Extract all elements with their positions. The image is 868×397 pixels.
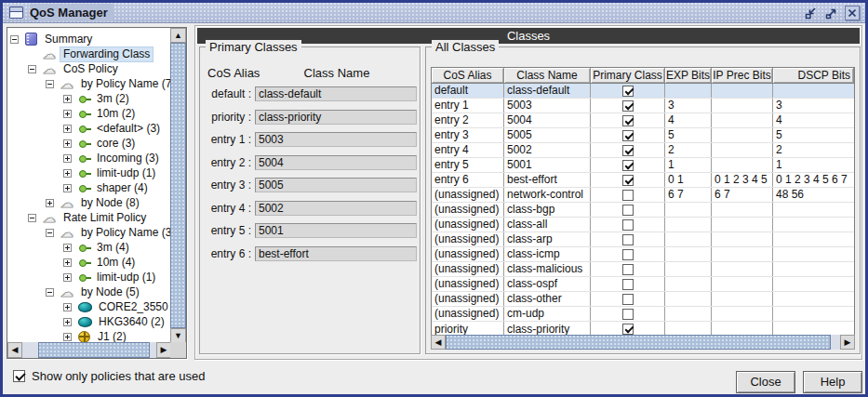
expand-icon[interactable] [63, 258, 72, 267]
table-hscroll-thumb[interactable] [446, 335, 831, 350]
expand-icon[interactable] [63, 244, 72, 252]
primary-class-checkbox[interactable] [622, 160, 634, 171]
expand-icon[interactable] [63, 184, 72, 192]
tree-item-core-3[interactable]: core (3) [8, 136, 171, 151]
table-horizontal-scrollbar[interactable]: ◀ ▶ [431, 335, 855, 350]
primary-class-checkbox[interactable] [622, 205, 634, 216]
tree-item-10m-2[interactable]: 10m (2) [8, 106, 171, 121]
table-row-5001[interactable]: entry 5500111 [432, 158, 854, 173]
scroll-right-icon[interactable]: ▶ [156, 342, 171, 358]
scroll-right-icon[interactable]: ▶ [840, 335, 855, 350]
primary-class-checkbox[interactable] [622, 100, 634, 112]
maximize-icon[interactable] [824, 6, 839, 20]
class-name-field[interactable]: best-effort [255, 246, 417, 261]
collapse-icon[interactable] [28, 65, 36, 73]
expand-icon[interactable] [63, 125, 72, 133]
tree-item-default-3[interactable]: <default> (3) [8, 121, 171, 136]
tree-item-by-node-5[interactable]: ☁by Node (5) [8, 285, 171, 299]
tree-item-j1-2[interactable]: J1 (2) [8, 329, 171, 342]
column-header-cos-alias[interactable]: CoS Alias [432, 68, 504, 83]
expand-icon[interactable] [63, 154, 72, 163]
tree-item-rate-limit-policy[interactable]: ☁Rate Limit Policy [8, 210, 171, 225]
column-header-exp-bits[interactable]: EXP Bits [665, 68, 712, 83]
title-bar[interactable]: QoS Manager [3, 3, 865, 23]
expand-icon[interactable] [63, 169, 72, 178]
tree-item-by-policy-name-7[interactable]: ☁by Policy Name (7) [8, 76, 171, 91]
table-row-class-ospf[interactable]: (unassigned)class-ospf [432, 277, 854, 292]
tree-item-limit-udp-1[interactable]: limit-udp (1) [8, 270, 171, 285]
table-row-class-arp[interactable]: (unassigned)class-arp [432, 232, 854, 247]
primary-class-checkbox[interactable] [622, 234, 634, 245]
expand-icon[interactable] [63, 110, 72, 118]
expand-icon[interactable] [63, 273, 72, 282]
class-name-field[interactable]: 5004 [255, 155, 417, 170]
close-icon[interactable] [845, 6, 860, 20]
tree-vertical-scrollbar[interactable]: ▲ ▼ [170, 28, 186, 343]
column-header-primary-class[interactable]: Primary Class [591, 68, 665, 83]
class-name-field[interactable]: 5003 [255, 132, 417, 147]
scroll-left-icon[interactable]: ◀ [431, 335, 446, 350]
column-header-dscp-bits[interactable]: DSCP Bits [773, 68, 854, 83]
primary-class-checkbox[interactable] [622, 175, 634, 186]
tree-item-core2-3550-2[interactable]: CORE2_3550 (2) [8, 299, 171, 314]
table-row-class-icmp[interactable]: (unassigned)class-icmp [432, 247, 854, 262]
expand-icon[interactable] [46, 199, 54, 207]
tree-vscroll-thumb[interactable] [170, 43, 186, 328]
table-row-class-bgp[interactable]: (unassigned)class-bgp [432, 203, 854, 218]
expand-icon[interactable] [63, 95, 72, 103]
close-button[interactable]: Close [736, 371, 795, 393]
primary-class-checkbox[interactable] [622, 145, 634, 156]
tree-item-incoming-3[interactable]: Incoming (3) [8, 151, 171, 165]
table-row-5002[interactable]: entry 4500222 [432, 143, 854, 158]
table-row-network-control[interactable]: (unassigned)network-control6 76 748 56 [432, 188, 854, 203]
primary-class-checkbox[interactable] [622, 219, 634, 231]
tree-item-summary[interactable]: Summary [8, 32, 171, 46]
class-name-field[interactable]: 5002 [255, 201, 417, 216]
expand-icon[interactable] [63, 333, 72, 341]
collapse-icon[interactable] [46, 80, 54, 88]
expand-icon[interactable] [63, 139, 72, 148]
primary-class-checkbox[interactable] [622, 294, 634, 305]
primary-class-checkbox[interactable] [622, 324, 634, 335]
tree-item-3m-4[interactable]: 3m (4) [8, 240, 171, 255]
minimize-icon[interactable] [804, 6, 819, 20]
tree-item-hkg3640-2[interactable]: HKG3640 (2) [8, 314, 171, 329]
column-header-class-name[interactable]: Class Name [504, 68, 591, 83]
table-row-cm-udp[interactable]: (unassigned)cm-udp [432, 307, 854, 322]
class-name-field[interactable]: 5001 [255, 223, 417, 238]
class-name-field[interactable]: 5005 [255, 178, 417, 192]
collapse-icon[interactable] [28, 214, 36, 222]
primary-class-checkbox[interactable] [622, 86, 634, 97]
tree-horizontal-scrollbar[interactable]: ◀ ▶ [7, 342, 171, 358]
tree-item-by-node-8[interactable]: ☁by Node (8) [8, 195, 171, 210]
checkbox-check-icon[interactable] [13, 370, 25, 382]
policy-tree[interactable]: Summary☁Forwarding Class☁CoS Policy☁by P… [8, 28, 171, 342]
column-header-ip-prec-bits[interactable]: IP Prec Bits [712, 68, 773, 83]
tree-item-limit-udp-1[interactable]: limit-udp (1) [8, 165, 171, 180]
tree-item-shaper-4[interactable]: shaper (4) [8, 180, 171, 195]
collapse-icon[interactable] [46, 229, 54, 237]
class-name-field[interactable]: class-default [255, 86, 417, 101]
expand-icon[interactable] [63, 303, 72, 311]
tree-item-forwarding-class[interactable]: ☁Forwarding Class [8, 46, 171, 61]
table-row-class-all[interactable]: (unassigned)class-all [432, 218, 854, 232]
table-row-5005[interactable]: entry 3500555 [432, 128, 854, 143]
table-row-class-other[interactable]: (unassigned)class-other [432, 292, 854, 307]
show-used-policies-checkbox[interactable]: Show only policies that are used [13, 369, 205, 383]
scroll-down-icon[interactable]: ▼ [170, 328, 186, 343]
scroll-up-icon[interactable]: ▲ [170, 28, 186, 43]
primary-class-checkbox[interactable] [622, 115, 634, 126]
primary-class-checkbox[interactable] [622, 130, 634, 141]
tree-item-by-policy-name-3[interactable]: ☁by Policy Name (3) [8, 225, 171, 240]
primary-class-checkbox[interactable] [622, 279, 634, 290]
collapse-icon[interactable] [10, 35, 19, 44]
tree-item-3m-2[interactable]: 3m (2) [8, 91, 171, 106]
primary-class-checkbox[interactable] [622, 309, 634, 320]
primary-class-checkbox[interactable] [622, 190, 634, 201]
expand-icon[interactable] [63, 318, 72, 326]
table-row-5004[interactable]: entry 2500444 [432, 113, 854, 128]
primary-class-checkbox[interactable] [622, 249, 634, 260]
table-row-class-malicious[interactable]: (unassigned)class-malicious [432, 262, 854, 277]
tree-item-10m-4[interactable]: 10m (4) [8, 255, 171, 270]
table-row-5003[interactable]: entry 1500333 [432, 99, 854, 113]
